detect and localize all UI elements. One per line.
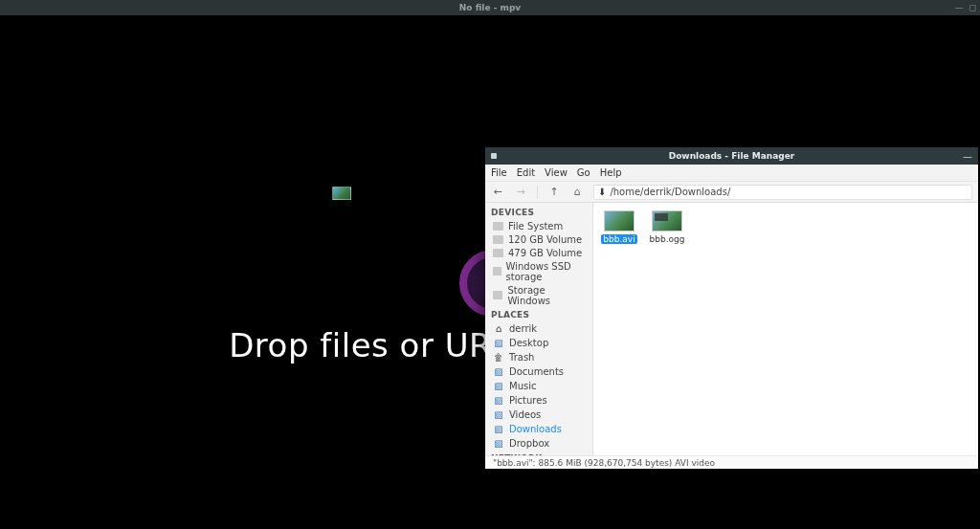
nav-back-button[interactable]: ← [491,186,504,198]
fm-toolbar: ← → ↑ ⌂ ⬇ /home/derrik/Downloads/ [485,182,978,203]
menu-file[interactable]: File [491,167,507,178]
video-thumbnail-icon [604,210,635,231]
sidebar-place-home[interactable]: ⌂derrik [485,321,592,336]
sidebar-device-winssd[interactable]: Windows SSD storage [485,259,592,283]
sidebar-device-storagewin[interactable]: Storage Windows [485,283,592,307]
status-text: "bbb.avi": 885.6 MiB (928,670,754 bytes)… [493,458,715,468]
sidebar-place-trash[interactable]: 🗑Trash [485,350,592,364]
fm-sidebar: DEVICES File System 120 GB Volume 479 GB… [485,203,593,455]
sidebar-place-dropbox[interactable]: ▧Dropbox [485,436,592,451]
sidebar-item-label: Music [509,381,536,391]
folder-icon: ▧ [493,424,504,435]
sidebar-place-desktop[interactable]: ▧Desktop [485,336,592,350]
file-manager-window: Downloads - File Manager — File Edit Vie… [485,147,978,469]
sidebar-place-videos[interactable]: ▧Videos [485,408,592,422]
mpv-titlebar[interactable]: No file - mpv — ◻ [0,0,980,15]
mpv-window-controls: — ◻ [955,0,976,15]
menu-view[interactable]: View [545,167,568,178]
file-item-bbb-avi[interactable]: bbb.avi [601,210,637,448]
fm-menubar: File Edit View Go Help [485,165,978,182]
sidebar-place-documents[interactable]: ▧Documents [485,364,592,379]
folder-icon: ▧ [493,409,504,421]
folder-icon: ▧ [493,438,504,450]
nav-home-button[interactable]: ⌂ [570,186,584,198]
mpv-window-title: No file - mpv [459,3,521,12]
sidebar-item-label: Windows SSD storage [506,261,588,282]
sidebar-item-label: 479 GB Volume [508,248,582,258]
fm-icon-view[interactable]: bbb.avi bbb.ogg [593,203,978,455]
sidebar-item-label: 120 GB Volume [508,234,582,245]
toolbar-separator [537,186,538,199]
menu-go[interactable]: Go [577,167,590,178]
sidebar-item-label: Desktop [509,338,548,348]
sidebar-item-label: Dropbox [509,438,549,449]
menu-edit[interactable]: Edit [517,167,535,178]
minimize-icon[interactable]: — [963,151,972,162]
fm-body: DEVICES File System 120 GB Volume 479 GB… [485,203,978,455]
fm-window-controls: — [963,147,972,165]
sidebar-item-label: Videos [509,409,541,420]
fm-window-title: Downloads - File Manager [669,151,795,161]
nav-up-button[interactable]: ↑ [547,186,561,198]
path-text: /home/derrik/Downloads/ [610,187,730,197]
folder-icon: ▧ [493,366,504,378]
drive-icon [493,222,503,231]
sidebar-device-120gb[interactable]: 120 GB Volume [485,232,592,246]
folder-icon: ▧ [493,395,504,407]
video-thumbnail-icon [652,210,682,231]
sidebar-head-places: PLACES [485,307,592,321]
menu-help[interactable]: Help [600,167,622,178]
sidebar-device-filesystem[interactable]: File System [485,219,592,232]
fm-statusbar: "bbb.avi": 885.6 MiB (928,670,754 bytes)… [485,455,978,469]
folder-icon: ▧ [493,381,504,392]
drive-icon [493,235,503,244]
sidebar-item-label: Trash [509,352,534,363]
drive-icon [493,291,502,299]
drag-ghost-thumbnail [332,187,351,200]
sidebar-item-label: derrik [509,323,537,334]
trash-icon: 🗑 [493,352,504,364]
sidebar-item-label: Pictures [509,395,547,406]
sidebar-place-pictures[interactable]: ▧Pictures [485,393,592,408]
nav-forward-button[interactable]: → [514,186,527,198]
path-bar[interactable]: ⬇ /home/derrik/Downloads/ [593,185,972,200]
file-name-label: bbb.ogg [648,234,687,244]
sidebar-item-label: Downloads [509,424,562,434]
sidebar-item-label: Storage Windows [507,285,587,306]
drive-icon [493,267,501,276]
file-item-bbb-ogg[interactable]: bbb.ogg [649,210,685,448]
fm-titlebar[interactable]: Downloads - File Manager — [485,147,978,165]
sidebar-device-479gb[interactable]: 479 GB Volume [485,246,592,259]
drive-icon [493,249,503,257]
home-icon: ⌂ [493,323,504,335]
sidebar-head-devices: DEVICES [485,205,592,219]
fm-window-icon [491,147,497,165]
sidebar-place-music[interactable]: ▧Music [485,379,592,393]
folder-icon: ▧ [493,338,504,349]
sidebar-item-label: File System [508,221,563,231]
download-icon: ⬇ [598,187,606,197]
sidebar-place-downloads[interactable]: ▧Downloads [485,422,592,436]
file-name-label: bbb.avi [601,234,636,244]
maximize-icon[interactable]: ◻ [969,3,976,12]
sidebar-item-label: Documents [509,366,564,377]
minimize-icon[interactable]: — [955,3,964,12]
